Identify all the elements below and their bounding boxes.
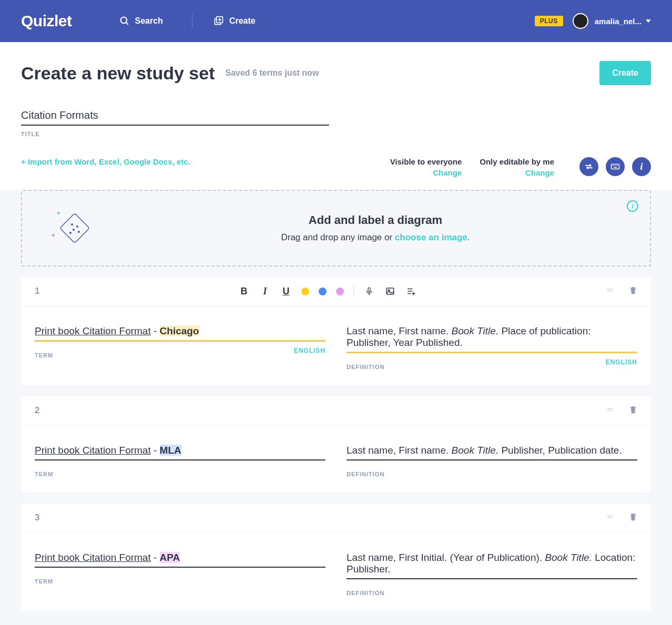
editable-setting: Only editable by me Change — [480, 157, 554, 177]
delete-button[interactable] — [629, 285, 637, 297]
app-header: Quizlet Search Create PLUS amalia_nel... — [0, 0, 672, 42]
definition-label: DEFINITION — [347, 590, 384, 596]
list-add-button[interactable] — [405, 286, 417, 296]
definition-input[interactable]: Last name, First Initial. (Year of Publi… — [347, 552, 637, 579]
title-field-label: TITLE — [21, 131, 329, 137]
svg-rect-12 — [60, 213, 90, 243]
logo[interactable]: Quizlet — [21, 12, 72, 30]
swap-icon — [584, 162, 594, 171]
definition-label: DEFINITION — [347, 364, 384, 370]
svg-point-14 — [76, 226, 78, 228]
term-label: TERM — [35, 471, 53, 477]
drag-handle-icon[interactable] — [605, 286, 615, 296]
svg-rect-20 — [368, 288, 370, 292]
image-button[interactable] — [384, 286, 396, 296]
underline-button[interactable]: U — [280, 286, 292, 297]
term-input[interactable]: Print book Citation Format - Chicago — [35, 325, 325, 342]
swap-button[interactable] — [579, 157, 598, 176]
delete-button[interactable] — [629, 405, 637, 416]
highlight-blue[interactable] — [319, 288, 327, 295]
svg-line-1 — [126, 23, 128, 25]
svg-rect-6 — [612, 165, 619, 169]
svg-text:✦: ✦ — [56, 210, 60, 216]
drag-handle-icon[interactable] — [605, 513, 615, 522]
card-number: 1 — [35, 286, 50, 296]
diagram-subtitle: Drag and drop any image or choose an ima… — [117, 232, 634, 243]
svg-text:✦: ✦ — [51, 232, 55, 238]
create-icon — [213, 16, 224, 26]
bold-button[interactable]: B — [238, 286, 250, 297]
nav-search[interactable]: Search — [119, 16, 163, 26]
cards-list: 1 B I U Print book Citation Format - Chi… — [0, 267, 672, 625]
term-input[interactable]: Print book Citation Format - APA — [35, 552, 325, 568]
editable-label: Only editable by me — [480, 157, 554, 166]
card-number: 3 — [35, 513, 50, 523]
term-card: 3 Print book Citation Format - APA TERM … — [21, 504, 651, 611]
username[interactable]: amalia_nel... — [595, 17, 642, 26]
drag-handle-icon[interactable] — [605, 406, 615, 415]
avatar[interactable] — [573, 13, 588, 29]
toolbar-divider — [353, 285, 354, 297]
mic-button[interactable] — [363, 286, 375, 296]
svg-rect-21 — [386, 288, 394, 294]
term-label: TERM — [35, 352, 53, 358]
definition-input[interactable]: Last name, First name. Book Title. Place… — [347, 325, 637, 353]
svg-point-7 — [613, 166, 614, 167]
nav-search-label: Search — [135, 16, 163, 26]
chevron-down-icon[interactable] — [646, 19, 651, 23]
nav-create-label: Create — [229, 16, 256, 26]
term-language[interactable]: ENGLISH — [294, 347, 325, 358]
term-label: TERM — [35, 578, 53, 585]
page-title: Create a new study set — [21, 63, 215, 84]
delete-button[interactable] — [629, 512, 637, 524]
term-card: 2 Print book Citation Format - MLA TERM … — [21, 396, 651, 492]
visibility-change[interactable]: Change — [390, 168, 462, 177]
info-button[interactable]: i — [632, 157, 651, 176]
svg-rect-11 — [614, 167, 617, 168]
create-button[interactable]: Create — [599, 61, 651, 85]
import-link[interactable]: + Import from Word, Excel, Google Docs, … — [21, 157, 190, 166]
diagram-info-button[interactable]: i — [627, 200, 638, 212]
highlight-yellow[interactable] — [301, 288, 309, 295]
highlight-pink[interactable] — [336, 288, 344, 295]
svg-point-8 — [614, 166, 615, 167]
diagram-icon: ✦ ✦ — [48, 210, 96, 247]
keyboard-icon — [610, 162, 620, 171]
definition-label: DEFINITION — [347, 471, 384, 477]
definition-input[interactable]: Last name, First name. Book Title. Publi… — [347, 445, 637, 460]
term-card: 1 B I U Print book Citation Format - Chi… — [21, 277, 651, 385]
editable-change[interactable]: Change — [480, 168, 554, 177]
term-input[interactable]: Print book Citation Format - MLA — [35, 445, 325, 460]
svg-point-0 — [120, 17, 127, 24]
info-icon: i — [640, 161, 643, 172]
italic-button[interactable]: I — [259, 286, 271, 297]
nav-create[interactable]: Create — [213, 16, 256, 26]
svg-point-9 — [616, 166, 617, 167]
card-number: 2 — [35, 405, 50, 416]
nav-divider — [192, 14, 192, 28]
choose-image-link[interactable]: choose an image — [395, 232, 467, 242]
visibility-setting: Visible to everyone Change — [390, 157, 462, 177]
diagram-dropzone[interactable]: ✦ ✦ Add and label a diagram Drag and dro… — [21, 190, 651, 267]
visibility-label: Visible to everyone — [390, 157, 462, 166]
svg-point-13 — [71, 223, 73, 226]
set-title-input[interactable] — [21, 106, 329, 126]
svg-point-17 — [69, 232, 72, 234]
definition-language[interactable]: ENGLISH — [606, 358, 637, 370]
svg-point-15 — [73, 229, 75, 231]
content-area: Create a new study set Saved 6 terms jus… — [0, 42, 672, 190]
search-icon — [119, 16, 130, 26]
svg-point-16 — [78, 231, 80, 233]
diagram-title: Add and label a diagram — [117, 213, 634, 227]
saved-status: Saved 6 terms just now — [225, 68, 319, 78]
svg-point-10 — [617, 166, 618, 167]
keyboard-button[interactable] — [606, 157, 625, 176]
format-toolbar: B I U — [238, 285, 417, 297]
plus-badge[interactable]: PLUS — [535, 16, 563, 26]
